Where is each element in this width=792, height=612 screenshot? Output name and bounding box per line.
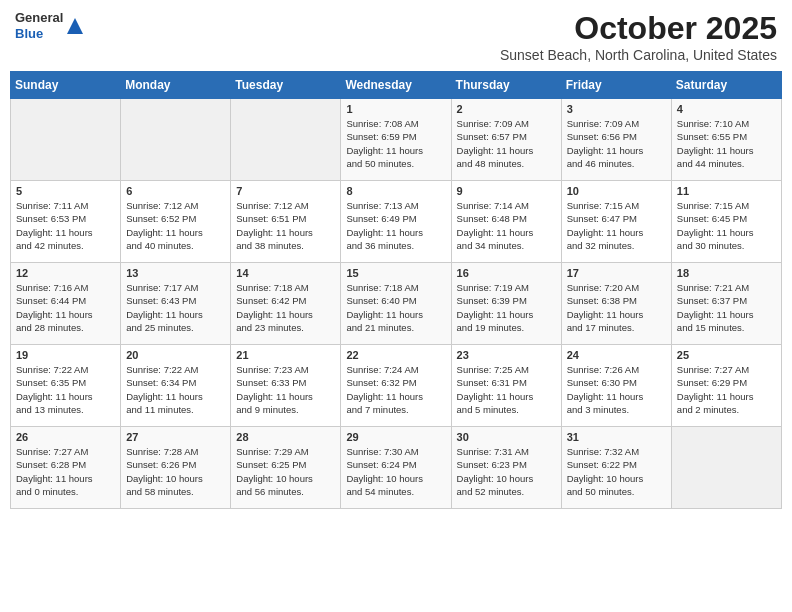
calendar-cell: 1Sunrise: 7:08 AM Sunset: 6:59 PM Daylig… <box>341 99 451 181</box>
day-number: 28 <box>236 431 335 443</box>
calendar-cell: 3Sunrise: 7:09 AM Sunset: 6:56 PM Daylig… <box>561 99 671 181</box>
day-number: 13 <box>126 267 225 279</box>
calendar-cell: 4Sunrise: 7:10 AM Sunset: 6:55 PM Daylig… <box>671 99 781 181</box>
calendar-cell: 6Sunrise: 7:12 AM Sunset: 6:52 PM Daylig… <box>121 181 231 263</box>
day-number: 18 <box>677 267 776 279</box>
month-title: October 2025 <box>500 10 777 47</box>
calendar-cell: 7Sunrise: 7:12 AM Sunset: 6:51 PM Daylig… <box>231 181 341 263</box>
calendar-cell: 2Sunrise: 7:09 AM Sunset: 6:57 PM Daylig… <box>451 99 561 181</box>
day-info: Sunrise: 7:18 AM Sunset: 6:40 PM Dayligh… <box>346 281 445 334</box>
weekday-header-saturday: Saturday <box>671 72 781 99</box>
day-number: 17 <box>567 267 666 279</box>
day-info: Sunrise: 7:15 AM Sunset: 6:45 PM Dayligh… <box>677 199 776 252</box>
calendar-cell: 20Sunrise: 7:22 AM Sunset: 6:34 PM Dayli… <box>121 345 231 427</box>
calendar-cell: 23Sunrise: 7:25 AM Sunset: 6:31 PM Dayli… <box>451 345 561 427</box>
day-number: 23 <box>457 349 556 361</box>
day-number: 10 <box>567 185 666 197</box>
day-info: Sunrise: 7:17 AM Sunset: 6:43 PM Dayligh… <box>126 281 225 334</box>
calendar-cell: 18Sunrise: 7:21 AM Sunset: 6:37 PM Dayli… <box>671 263 781 345</box>
logo: General Blue <box>15 10 85 41</box>
day-number: 14 <box>236 267 335 279</box>
weekday-header-thursday: Thursday <box>451 72 561 99</box>
day-info: Sunrise: 7:22 AM Sunset: 6:35 PM Dayligh… <box>16 363 115 416</box>
day-number: 27 <box>126 431 225 443</box>
day-info: Sunrise: 7:12 AM Sunset: 6:52 PM Dayligh… <box>126 199 225 252</box>
calendar-cell <box>121 99 231 181</box>
calendar-cell: 8Sunrise: 7:13 AM Sunset: 6:49 PM Daylig… <box>341 181 451 263</box>
day-info: Sunrise: 7:20 AM Sunset: 6:38 PM Dayligh… <box>567 281 666 334</box>
calendar-week-row: 19Sunrise: 7:22 AM Sunset: 6:35 PM Dayli… <box>11 345 782 427</box>
calendar-cell: 25Sunrise: 7:27 AM Sunset: 6:29 PM Dayli… <box>671 345 781 427</box>
day-number: 12 <box>16 267 115 279</box>
day-number: 31 <box>567 431 666 443</box>
calendar-cell: 31Sunrise: 7:32 AM Sunset: 6:22 PM Dayli… <box>561 427 671 509</box>
day-number: 25 <box>677 349 776 361</box>
day-info: Sunrise: 7:16 AM Sunset: 6:44 PM Dayligh… <box>16 281 115 334</box>
day-number: 19 <box>16 349 115 361</box>
title-block: October 2025 Sunset Beach, North Carolin… <box>500 10 777 63</box>
day-number: 29 <box>346 431 445 443</box>
calendar-cell: 24Sunrise: 7:26 AM Sunset: 6:30 PM Dayli… <box>561 345 671 427</box>
weekday-header-monday: Monday <box>121 72 231 99</box>
day-info: Sunrise: 7:26 AM Sunset: 6:30 PM Dayligh… <box>567 363 666 416</box>
calendar-week-row: 26Sunrise: 7:27 AM Sunset: 6:28 PM Dayli… <box>11 427 782 509</box>
day-info: Sunrise: 7:25 AM Sunset: 6:31 PM Dayligh… <box>457 363 556 416</box>
calendar-cell <box>671 427 781 509</box>
day-info: Sunrise: 7:31 AM Sunset: 6:23 PM Dayligh… <box>457 445 556 498</box>
day-number: 8 <box>346 185 445 197</box>
calendar-cell: 13Sunrise: 7:17 AM Sunset: 6:43 PM Dayli… <box>121 263 231 345</box>
day-info: Sunrise: 7:24 AM Sunset: 6:32 PM Dayligh… <box>346 363 445 416</box>
day-number: 11 <box>677 185 776 197</box>
day-number: 7 <box>236 185 335 197</box>
day-info: Sunrise: 7:15 AM Sunset: 6:47 PM Dayligh… <box>567 199 666 252</box>
calendar-cell: 12Sunrise: 7:16 AM Sunset: 6:44 PM Dayli… <box>11 263 121 345</box>
day-info: Sunrise: 7:30 AM Sunset: 6:24 PM Dayligh… <box>346 445 445 498</box>
day-info: Sunrise: 7:32 AM Sunset: 6:22 PM Dayligh… <box>567 445 666 498</box>
day-info: Sunrise: 7:08 AM Sunset: 6:59 PM Dayligh… <box>346 117 445 170</box>
calendar-cell: 26Sunrise: 7:27 AM Sunset: 6:28 PM Dayli… <box>11 427 121 509</box>
day-info: Sunrise: 7:14 AM Sunset: 6:48 PM Dayligh… <box>457 199 556 252</box>
calendar-cell: 22Sunrise: 7:24 AM Sunset: 6:32 PM Dayli… <box>341 345 451 427</box>
calendar-cell <box>231 99 341 181</box>
calendar-cell: 21Sunrise: 7:23 AM Sunset: 6:33 PM Dayli… <box>231 345 341 427</box>
calendar-cell: 9Sunrise: 7:14 AM Sunset: 6:48 PM Daylig… <box>451 181 561 263</box>
day-info: Sunrise: 7:19 AM Sunset: 6:39 PM Dayligh… <box>457 281 556 334</box>
day-number: 24 <box>567 349 666 361</box>
day-number: 9 <box>457 185 556 197</box>
calendar-cell: 5Sunrise: 7:11 AM Sunset: 6:53 PM Daylig… <box>11 181 121 263</box>
day-number: 22 <box>346 349 445 361</box>
day-info: Sunrise: 7:10 AM Sunset: 6:55 PM Dayligh… <box>677 117 776 170</box>
day-number: 3 <box>567 103 666 115</box>
logo-general-text: General <box>15 10 63 26</box>
calendar-week-row: 12Sunrise: 7:16 AM Sunset: 6:44 PM Dayli… <box>11 263 782 345</box>
day-number: 21 <box>236 349 335 361</box>
day-info: Sunrise: 7:29 AM Sunset: 6:25 PM Dayligh… <box>236 445 335 498</box>
day-info: Sunrise: 7:13 AM Sunset: 6:49 PM Dayligh… <box>346 199 445 252</box>
day-number: 1 <box>346 103 445 115</box>
day-number: 30 <box>457 431 556 443</box>
calendar-cell: 28Sunrise: 7:29 AM Sunset: 6:25 PM Dayli… <box>231 427 341 509</box>
day-number: 20 <box>126 349 225 361</box>
day-number: 15 <box>346 267 445 279</box>
day-info: Sunrise: 7:21 AM Sunset: 6:37 PM Dayligh… <box>677 281 776 334</box>
day-number: 5 <box>16 185 115 197</box>
weekday-header-sunday: Sunday <box>11 72 121 99</box>
svg-marker-0 <box>67 18 83 34</box>
calendar-week-row: 5Sunrise: 7:11 AM Sunset: 6:53 PM Daylig… <box>11 181 782 263</box>
calendar-cell: 10Sunrise: 7:15 AM Sunset: 6:47 PM Dayli… <box>561 181 671 263</box>
day-info: Sunrise: 7:27 AM Sunset: 6:29 PM Dayligh… <box>677 363 776 416</box>
day-info: Sunrise: 7:27 AM Sunset: 6:28 PM Dayligh… <box>16 445 115 498</box>
day-info: Sunrise: 7:28 AM Sunset: 6:26 PM Dayligh… <box>126 445 225 498</box>
calendar-cell: 16Sunrise: 7:19 AM Sunset: 6:39 PM Dayli… <box>451 263 561 345</box>
day-number: 26 <box>16 431 115 443</box>
calendar-cell: 29Sunrise: 7:30 AM Sunset: 6:24 PM Dayli… <box>341 427 451 509</box>
day-info: Sunrise: 7:09 AM Sunset: 6:57 PM Dayligh… <box>457 117 556 170</box>
calendar-cell: 19Sunrise: 7:22 AM Sunset: 6:35 PM Dayli… <box>11 345 121 427</box>
weekday-header-friday: Friday <box>561 72 671 99</box>
calendar-table: SundayMondayTuesdayWednesdayThursdayFrid… <box>10 71 782 509</box>
weekday-header-wednesday: Wednesday <box>341 72 451 99</box>
calendar-cell <box>11 99 121 181</box>
day-info: Sunrise: 7:11 AM Sunset: 6:53 PM Dayligh… <box>16 199 115 252</box>
page-header: General Blue October 2025 Sunset Beach, … <box>10 10 782 63</box>
calendar-cell: 27Sunrise: 7:28 AM Sunset: 6:26 PM Dayli… <box>121 427 231 509</box>
